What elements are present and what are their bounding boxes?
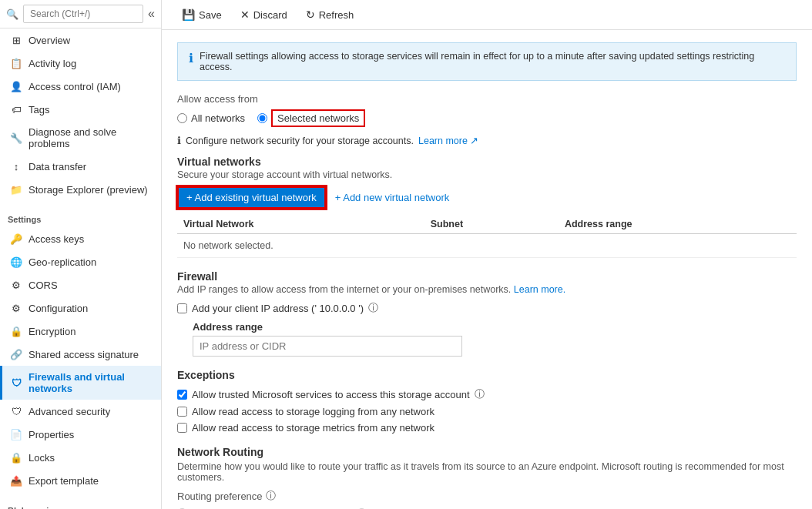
advanced-security-icon: 🛡 (10, 405, 22, 417)
selected-networks-highlighted-label: Selected networks (271, 109, 365, 127)
data-transfer-icon: ↕ (10, 160, 22, 172)
no-network-msg: No network selected. (177, 234, 797, 258)
sidebar-item-storage-explorer[interactable]: 📁Storage Explorer (preview) (0, 178, 161, 201)
vn-col-subnet: Subnet (424, 215, 559, 234)
firewall-section: Firewall Add IP ranges to allow access f… (177, 270, 797, 357)
radio-all-networks-input[interactable] (177, 113, 187, 123)
add-new-vn-button[interactable]: + Add new virtual network (335, 192, 450, 203)
fw-info-icon: ⓘ (368, 301, 378, 315)
vn-actions: + Add existing virtual network + Add new… (177, 186, 797, 209)
radio-selected-networks[interactable]: Selected networks (257, 109, 365, 127)
sidebar-item-cors[interactable]: ⚙CORS (0, 273, 161, 296)
virtual-networks-section: Virtual networks Secure your storage acc… (177, 156, 797, 258)
search-input[interactable] (23, 5, 143, 23)
sidebar-item-overview[interactable]: ⊞Overview (0, 28, 161, 52)
sidebar-item-activity-log[interactable]: 📋Activity log (0, 52, 161, 75)
refresh-button[interactable]: ↻ Refresh (298, 5, 362, 25)
selected-networks-text: Selected networks (277, 112, 359, 124)
sidebar-item-access-keys[interactable]: 🔑Access keys (0, 227, 161, 250)
allow-access-radio-group: All networks Selected networks (177, 109, 797, 127)
collapse-sidebar-btn[interactable]: « (148, 7, 155, 21)
sidebar-item-export-template[interactable]: 📤Export template (0, 469, 161, 492)
sidebar-item-properties[interactable]: 📄Properties (0, 423, 161, 446)
access-control-icon: 👤 (10, 80, 22, 92)
fw-title: Firewall (177, 270, 797, 283)
configure-info-icon: ℹ (177, 135, 181, 146)
vn-col-address: Address range (559, 215, 797, 234)
save-label: Save (199, 9, 222, 21)
firewalls-icon: 🛡 (10, 377, 22, 389)
fw-client-ip-label: Add your client IP address (' 10.0.0.0 '… (192, 303, 364, 314)
sidebar-settings-section: 🔑Access keys🌐Geo-replication⚙CORS⚙Config… (0, 227, 161, 492)
overview-icon: ⊞ (10, 34, 22, 46)
sidebar-item-advanced-security[interactable]: 🛡Advanced security (0, 400, 161, 423)
exc-cb2[interactable] (177, 407, 187, 417)
activity-log-icon: 📋 (10, 57, 22, 69)
sidebar-item-label: Export template (29, 475, 99, 487)
fw-client-ip-checkbox[interactable] (177, 303, 187, 313)
radio-all-networks[interactable]: All networks (177, 112, 245, 124)
add-existing-vn-button[interactable]: + Add existing virtual network (177, 186, 326, 209)
vn-desc: Secure your storage account with virtual… (177, 169, 797, 180)
blob-section-label: Blob service (0, 498, 161, 509)
sidebar-item-label: Diagnose and solve problems (29, 126, 153, 149)
radio-selected-networks-input[interactable] (257, 113, 267, 123)
learn-more-link[interactable]: Learn more ↗ (418, 135, 478, 146)
sidebar-item-label: Geo-replication (29, 256, 96, 268)
exc-cb2-label: Allow read access to storage logging fro… (192, 406, 435, 417)
exc-row-1[interactable]: Allow trusted Microsoft services to acce… (177, 387, 797, 401)
sidebar: 🔍 « ⊞Overview📋Activity log👤Access contro… (0, 0, 162, 509)
fw-learn-more-link[interactable]: Learn more. (514, 284, 565, 295)
table-row: No network selected. (177, 234, 797, 258)
vn-table: Virtual Network Subnet Address range No … (177, 215, 797, 258)
sidebar-item-geo-replication[interactable]: 🌐Geo-replication (0, 250, 161, 273)
info-banner: ℹ Firewall settings allowing access to s… (177, 42, 797, 81)
toolbar: 💾 Save ✕ Discard ↻ Refresh (162, 0, 812, 30)
sidebar-item-label: Data transfer (29, 161, 86, 172)
exc-cb1[interactable] (177, 390, 187, 400)
save-button[interactable]: 💾 Save (174, 5, 230, 25)
exc-cb3[interactable] (177, 423, 187, 433)
locks-icon: 🔒 (10, 451, 22, 464)
sidebar-item-diagnose[interactable]: 🔧Diagnose and solve problems (0, 121, 161, 155)
discard-button[interactable]: ✕ Discard (233, 5, 295, 25)
sidebar-item-label: Encryption (29, 326, 75, 337)
sidebar-item-configuration[interactable]: ⚙Configuration (0, 296, 161, 320)
sidebar-item-label: Locks (29, 452, 55, 464)
fw-learn-more-text: Learn more. (514, 284, 565, 295)
properties-icon: 📄 (10, 428, 22, 440)
exc-row-3[interactable]: Allow read access to storage metrics fro… (177, 422, 797, 434)
sidebar-item-label: Shared access signature (29, 349, 139, 360)
sidebar-item-firewalls[interactable]: 🛡Firewalls and virtual networks (0, 366, 161, 400)
fw-client-ip-row[interactable]: Add your client IP address (' 10.0.0.0 '… (177, 301, 797, 315)
search-bar[interactable]: 🔍 « (0, 0, 161, 28)
sidebar-item-label: Advanced security (29, 406, 110, 417)
sidebar-item-encryption[interactable]: 🔒Encryption (0, 320, 161, 343)
refresh-label: Refresh (319, 9, 354, 21)
add-new-vn-label: + Add new virtual network (335, 192, 450, 203)
sidebar-item-label: Access keys (29, 233, 84, 245)
routing-desc: Determine how you would like to route yo… (177, 461, 797, 483)
sidebar-item-data-transfer[interactable]: ↕Data transfer (0, 155, 161, 178)
content-area: ℹ Firewall settings allowing access to s… (162, 30, 812, 509)
export-template-icon: 📤 (10, 474, 22, 487)
sidebar-item-label: Firewalls and virtual networks (29, 371, 153, 394)
exc-row-2[interactable]: Allow read access to storage logging fro… (177, 406, 797, 417)
routing-info-icon: ⓘ (266, 489, 276, 503)
discard-icon: ✕ (240, 8, 250, 21)
routing-pref-text: Routing preference (177, 491, 263, 502)
sidebar-item-locks[interactable]: 🔒Locks (0, 446, 161, 469)
fw-desc-text: Add IP ranges to allow access from the i… (177, 284, 511, 295)
vn-col-name: Virtual Network (177, 215, 424, 234)
sidebar-item-shared-access[interactable]: 🔗Shared access signature (0, 343, 161, 366)
external-link-icon: ↗ (470, 136, 478, 146)
storage-explorer-icon: 📁 (10, 183, 22, 196)
sidebar-item-tags[interactable]: 🏷Tags (0, 98, 161, 121)
sidebar-item-access-control[interactable]: 👤Access control (IAM) (0, 75, 161, 98)
routing-title: Network Routing (177, 446, 797, 458)
geo-replication-icon: 🌐 (10, 256, 22, 268)
address-range-input[interactable] (193, 336, 462, 357)
address-range-label: Address range (193, 321, 797, 333)
tags-icon: 🏷 (10, 103, 22, 116)
sidebar-item-label: Activity log (29, 58, 76, 69)
